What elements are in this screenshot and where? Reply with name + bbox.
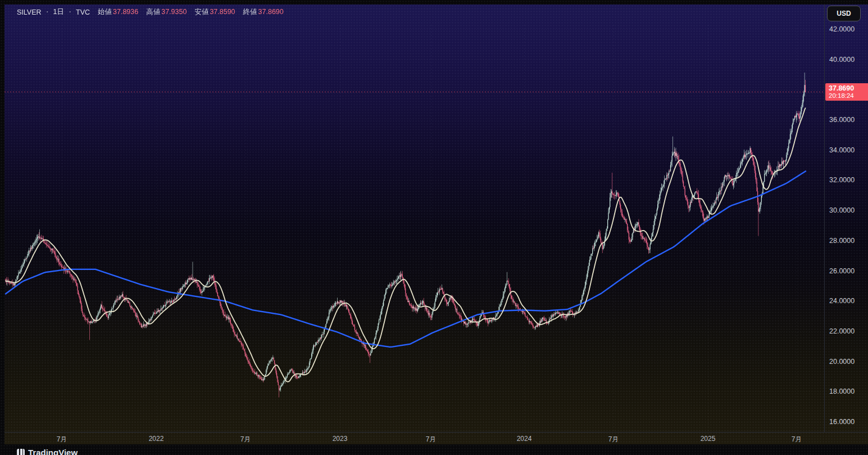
last-price-badge: 37.8690 20:18:24 xyxy=(825,83,868,101)
price-axis-label: 20.0000 xyxy=(829,358,855,366)
time-axis-label: 7月 xyxy=(426,435,437,444)
separator-dot: ・ xyxy=(67,8,73,16)
time-axis-label: 2025 xyxy=(701,435,716,443)
price-axis-label: 42.0000 xyxy=(829,25,855,33)
time-axis[interactable]: 7月20227月20237月20247月20257月 xyxy=(4,432,868,445)
time-axis-label: 7月 xyxy=(240,435,251,444)
price-axis-label: 26.0000 xyxy=(829,267,855,275)
time-axis-label: 2022 xyxy=(149,435,164,443)
symbol-name: SILVER xyxy=(17,8,42,16)
low-label: 安値 xyxy=(194,8,208,16)
last-price-value: 37.8690 xyxy=(829,84,868,92)
tradingview-logo-text: TradingView xyxy=(28,448,78,455)
symbol-legend[interactable]: SILVER ・ 1日 ・ TVC 始値37.8936 高値37.9350 安値… xyxy=(17,7,284,17)
currency-button[interactable]: USD xyxy=(827,6,861,21)
price-axis-label: 22.0000 xyxy=(829,327,855,335)
low-pair: 安値37.8590 xyxy=(194,7,235,17)
price-axis-label: 28.0000 xyxy=(829,237,855,245)
price-axis-label: 36.0000 xyxy=(829,116,855,124)
time-axis-label: 2023 xyxy=(333,435,348,443)
price-axis-label: 30.0000 xyxy=(829,206,855,214)
price-axis-label: 16.0000 xyxy=(829,418,855,426)
time-axis-label: 7月 xyxy=(57,435,67,444)
tradingview-logo[interactable]: TradingView xyxy=(17,448,78,455)
price-axis-label: 40.0000 xyxy=(829,56,855,64)
bottom-bar: TradingView xyxy=(0,444,868,455)
high-pair: 高値37.9350 xyxy=(146,7,187,17)
interval-label: 1日 xyxy=(53,7,64,17)
high-label: 高値 xyxy=(146,8,160,16)
open-pair: 始値37.8936 xyxy=(98,7,138,17)
price-axis-label: 34.0000 xyxy=(829,146,855,154)
open-label: 始値 xyxy=(98,8,112,16)
bar-countdown: 20:18:24 xyxy=(829,92,868,100)
price-axis-label: 32.0000 xyxy=(829,176,855,184)
close-label: 終値 xyxy=(243,8,257,16)
open-value: 37.8936 xyxy=(113,8,138,16)
trading-chart-page: SILVER ・ 1日 ・ TVC 始値37.8936 高値37.9350 安値… xyxy=(0,0,868,455)
price-axis-label: 18.0000 xyxy=(829,388,855,395)
separator-dot: ・ xyxy=(44,8,51,16)
time-axis-label: 7月 xyxy=(792,435,802,444)
high-value: 37.9350 xyxy=(161,8,187,16)
exchange-label: TVC xyxy=(76,8,90,16)
close-pair: 終値37.8690 xyxy=(243,7,284,17)
low-value: 37.8590 xyxy=(210,8,235,16)
price-axis-label: 24.0000 xyxy=(829,297,855,305)
close-value: 37.8690 xyxy=(258,8,284,16)
price-axis[interactable]: USD 37.8690 20:18:24 42.000040.000038.00… xyxy=(824,4,868,432)
candlestick-chart-canvas[interactable] xyxy=(4,4,823,432)
time-axis-label: 2024 xyxy=(517,435,532,443)
tradingview-logo-icon xyxy=(17,449,25,455)
time-axis-label: 7月 xyxy=(608,435,619,444)
